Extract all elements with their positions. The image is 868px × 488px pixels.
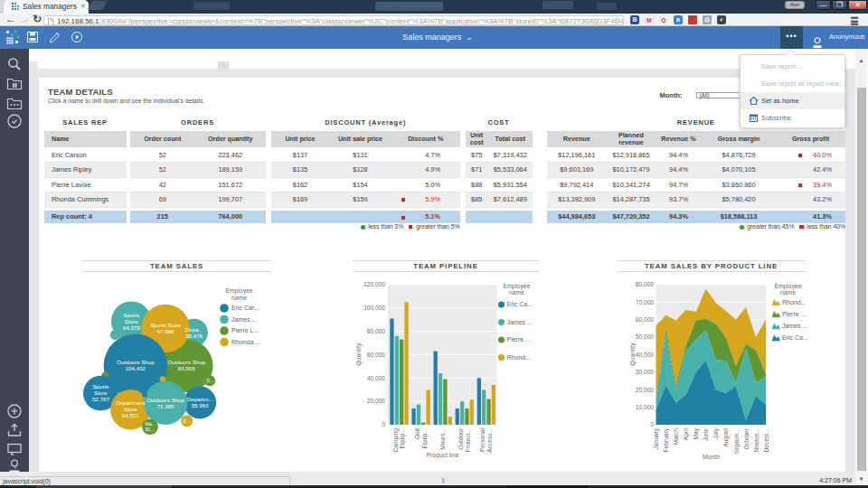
svg-text:May: May bbox=[693, 427, 700, 439]
svg-text:name: name bbox=[231, 295, 246, 301]
svg-text:...: ... bbox=[113, 332, 117, 337]
svg-text:Golf: Golf bbox=[414, 428, 420, 439]
svg-text:30,...: 30,... bbox=[145, 427, 156, 432]
svg-text:Eric Car...: Eric Car... bbox=[231, 305, 259, 311]
svg-text:E...: E... bbox=[183, 418, 190, 424]
svg-text:Depa...: Depa... bbox=[184, 326, 203, 333]
svg-text:Outdoors Shop: Outdoors Shop bbox=[116, 359, 154, 365]
svg-text:February: February bbox=[663, 427, 670, 452]
svg-text:64,379: 64,379 bbox=[122, 324, 139, 331]
svg-text:Month: Month bbox=[703, 454, 720, 460]
svg-text:Sports: Sports bbox=[123, 312, 139, 318]
svg-text:Store: Store bbox=[124, 318, 137, 324]
svg-text:Pierre L...: Pierre L... bbox=[231, 327, 259, 333]
svg-text:120,000: 120,000 bbox=[363, 281, 385, 287]
svg-text:55,963: 55,963 bbox=[191, 402, 208, 408]
svg-text:100,000: 100,000 bbox=[363, 305, 385, 311]
svg-text:Decem...: Decem... bbox=[762, 428, 769, 453]
svg-text:Protect...: Protect... bbox=[464, 428, 470, 453]
svg-text:80,000: 80,000 bbox=[635, 281, 654, 287]
svg-text:January: January bbox=[653, 427, 660, 449]
svg-text:Store: Store bbox=[94, 389, 108, 396]
svg-text:83,505: 83,505 bbox=[177, 365, 194, 371]
svg-text:March: March bbox=[673, 428, 679, 446]
svg-text:71,385: 71,385 bbox=[156, 403, 174, 409]
svg-text:Rhond...: Rhond... bbox=[782, 299, 807, 305]
svg-text:Departm...: Departm... bbox=[186, 396, 212, 402]
svg-text:name: name bbox=[508, 289, 524, 296]
svg-text:70,000: 70,000 bbox=[635, 299, 654, 305]
svg-text:38,478: 38,478 bbox=[185, 333, 203, 339]
svg-text:40,000: 40,000 bbox=[366, 375, 385, 381]
svg-text:80,000: 80,000 bbox=[366, 328, 385, 334]
svg-text:Quantity: Quantity bbox=[628, 343, 636, 366]
svg-text:August: August bbox=[722, 428, 730, 447]
svg-text:Pierre ...: Pierre ... bbox=[506, 336, 531, 343]
svg-text:40,000: 40,000 bbox=[635, 352, 654, 358]
svg-text:10,000: 10,000 bbox=[635, 404, 654, 410]
svg-text:60,000: 60,000 bbox=[635, 316, 654, 323]
svg-text:name: name bbox=[779, 289, 795, 296]
svg-text:30,000: 30,000 bbox=[635, 369, 654, 375]
svg-text:April: April bbox=[683, 427, 690, 440]
svg-text:Store: Store bbox=[123, 406, 137, 412]
svg-text:Rhond...: Rhond... bbox=[506, 354, 531, 361]
svg-text:0: 0 bbox=[650, 421, 654, 427]
svg-text:52,787: 52,787 bbox=[91, 396, 108, 402]
svg-text:67,666: 67,666 bbox=[156, 328, 174, 334]
svg-text:Eric Ca...: Eric Ca... bbox=[782, 334, 808, 341]
svg-text:Outdoor: Outdoor bbox=[458, 427, 464, 450]
svg-text:S...: S... bbox=[206, 378, 213, 383]
svg-text:Outdoors Shop: Outdoors Shop bbox=[167, 359, 205, 365]
svg-text:James ...: James ... bbox=[782, 323, 807, 329]
svg-text:50,000: 50,000 bbox=[635, 333, 654, 340]
svg-text:June: June bbox=[703, 428, 709, 442]
svg-text:Equip...: Equip... bbox=[420, 428, 428, 449]
svg-text:James ...: James ... bbox=[231, 316, 257, 323]
svg-text:Septem...: Septem... bbox=[732, 428, 740, 454]
svg-text:0: 0 bbox=[382, 421, 385, 427]
svg-text:60,000: 60,000 bbox=[366, 352, 385, 358]
svg-text:James ...: James ... bbox=[506, 319, 532, 325]
svg-text:Pierre ...: Pierre ... bbox=[782, 311, 807, 317]
svg-text:Product line: Product line bbox=[426, 452, 458, 458]
svg-text:Outdoors Shop: Outdoors Shop bbox=[146, 397, 184, 403]
svg-text:Access...: Access... bbox=[486, 428, 492, 453]
svg-text:Rhonda ...: Rhonda ... bbox=[231, 339, 260, 345]
svg-text:Quantity: Quantity bbox=[354, 343, 362, 366]
svg-text:October: October bbox=[742, 427, 749, 449]
svg-text:Department: Department bbox=[116, 399, 146, 406]
svg-text:Novem...: Novem... bbox=[752, 428, 759, 453]
svg-text:Equip...: Equip... bbox=[399, 428, 406, 449]
svg-text:64,551: 64,551 bbox=[121, 412, 138, 418]
svg-text:Personal: Personal bbox=[479, 427, 486, 452]
svg-text:July: July bbox=[712, 427, 720, 438]
svg-text:20,000: 20,000 bbox=[635, 387, 654, 393]
svg-text:Sports Store: Sports Store bbox=[149, 322, 181, 328]
svg-text:Eric Ca...: Eric Ca... bbox=[506, 301, 533, 307]
svg-text:Mount...: Mount... bbox=[439, 428, 445, 450]
svg-text:20,000: 20,000 bbox=[366, 398, 385, 404]
svg-text:Sports: Sports bbox=[92, 383, 108, 389]
svg-text:104,432: 104,432 bbox=[125, 365, 146, 371]
